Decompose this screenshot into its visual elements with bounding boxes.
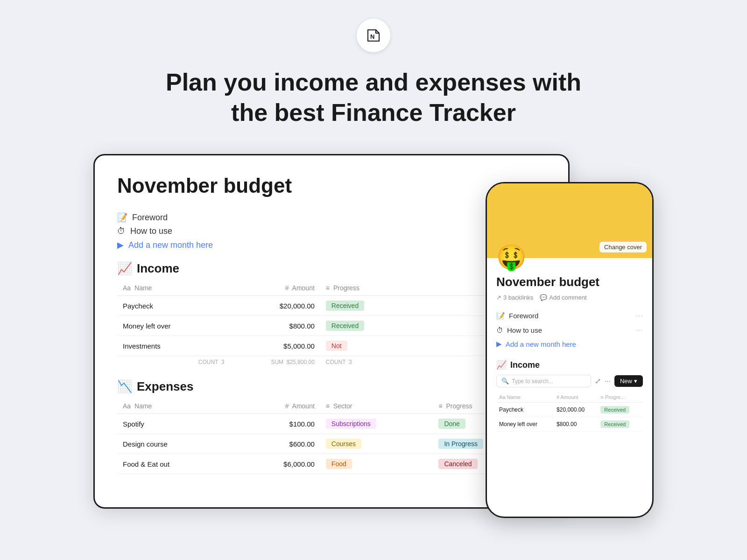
mobile-income-icon: 📈 <box>496 360 507 370</box>
income-row1-name: Paycheck <box>117 296 230 316</box>
income-row2-progress: Received <box>320 316 433 336</box>
expenses-col-name: Aa Name <box>117 399 230 414</box>
mobile-cover: 🤑 Change cover <box>487 183 652 258</box>
mobile-nav-foreword[interactable]: 📝 Foreword ··· <box>496 308 643 323</box>
mobile-toolbar: 🔍 Type to search... ⤢ ··· New ▾ <box>496 375 643 387</box>
mobile-row2-name: Money left over <box>496 417 554 432</box>
table-row: Money left over $800.00 Received <box>117 316 546 336</box>
backlinks-link[interactable]: ↗ 3 backlinks <box>496 294 533 301</box>
exp-row2-amount: $600.00 <box>230 434 320 454</box>
mobile-expand-button[interactable]: ⤢ <box>595 377 601 385</box>
exp-row1-amount: $100.00 <box>230 414 320 434</box>
income-row1-amount: $20,000.00 <box>230 296 320 316</box>
table-row: Spotify $100.00 Subscriptions Done <box>117 414 546 434</box>
mobile-col-amount: # Amount <box>554 392 598 403</box>
mobile-col-name: Aa Name <box>496 392 554 403</box>
income-title: 📈 Income <box>117 261 179 276</box>
arrow-icon: ▶ <box>117 240 124 250</box>
table-row: Investments $5,000.00 Not <box>117 336 546 356</box>
income-row2-name: Money left over <box>117 316 230 336</box>
hero-title: Plan you income and expenses with the be… <box>166 67 581 128</box>
mobile-search[interactable]: 🔍 Type to search... <box>496 375 591 387</box>
income-icon: 📈 <box>117 261 132 276</box>
expenses-icon: 📉 <box>117 379 132 394</box>
expenses-col-sector: ≡ Sector <box>320 399 433 414</box>
mobile-col-progress: ≡ Progre... <box>598 392 643 403</box>
exp-row2-sector: Courses <box>320 434 433 454</box>
mobile-income-table: Aa Name # Amount ≡ Progre... Paycheck $2… <box>496 392 643 432</box>
exp-row3-sector: Food <box>320 454 433 474</box>
mobile-page-title: November budget <box>496 275 643 289</box>
table-row: Food & Eat out $6,000.00 Food Canceled <box>117 454 546 474</box>
exp-row2-name: Design course <box>117 434 230 454</box>
income-col-amount: # Amount <box>230 280 320 296</box>
table-row: Paycheck $20,000.00 Received <box>496 403 643 417</box>
mobile-chevron-icon: ▾ <box>634 378 637 385</box>
mobile-row2-progress: Received <box>598 417 643 432</box>
mobile-new-button[interactable]: New ▾ <box>614 375 643 387</box>
nav-foreword[interactable]: 📝 Foreword <box>117 212 546 223</box>
svg-text:N: N <box>370 33 374 40</box>
mobile-nav-dots-1[interactable]: ··· <box>636 311 643 321</box>
mobile-arrow-icon: ▶ <box>496 340 502 348</box>
income-table: Aa Name # Amount ≡ Progress Paycheck $20… <box>117 280 546 368</box>
income-row1-progress: Received <box>320 296 433 316</box>
nav-how-to-use[interactable]: ⏱ How to use <box>117 226 546 236</box>
income-col-progress: ≡ Progress <box>320 280 433 296</box>
mobile-row2-amount: $800.00 <box>554 417 598 432</box>
exp-row3-amount: $6,000.00 <box>230 454 320 474</box>
notion-logo: N <box>357 19 390 52</box>
expenses-table: Aa Name # Amount ≡ Sector ≡ Progress Spo… <box>117 399 546 474</box>
table-row: Money left over $800.00 Received <box>496 417 643 432</box>
mobile-more-button[interactable]: ··· <box>605 377 611 385</box>
income-row3-amount: $5,000.00 <box>230 336 320 356</box>
expenses-col-amount: # Amount <box>230 399 320 414</box>
mobile-content: November budget ↗ 3 backlinks 💬 Add comm… <box>487 258 652 517</box>
mobile-search-icon: 🔍 <box>501 378 509 385</box>
income-row2-amount: $800.00 <box>230 316 320 336</box>
income-row3-progress: Not <box>320 336 433 356</box>
change-cover-button[interactable]: Change cover <box>599 242 647 252</box>
expenses-title: 📉 Expenses <box>117 379 193 394</box>
expenses-section-header: 📉 Expenses <box>117 379 546 394</box>
nav-add-month[interactable]: ▶ Add a new month here <box>117 240 546 250</box>
mobile-emoji: 🤑 <box>496 245 527 269</box>
mobile-card: 🤑 Change cover November budget ↗ 3 backl… <box>486 182 654 518</box>
exp-row1-name: Spotify <box>117 414 230 434</box>
income-row3-name: Investments <box>117 336 230 356</box>
exp-row1-sector: Subscriptions <box>320 414 433 434</box>
mobile-nav-howtouse[interactable]: ⏱ How to use ··· <box>496 323 643 337</box>
add-comment-link[interactable]: 💬 Add comment <box>540 294 586 301</box>
mobile-howtouse-icon: ⏱ <box>496 326 503 334</box>
foreword-icon: 📝 <box>117 212 127 223</box>
income-section-header: 📈 Income 🔍 Search ⤢ ··· <box>117 261 546 276</box>
mobile-row1-progress: Received <box>598 403 643 417</box>
income-col-name: Aa Name <box>117 280 230 296</box>
comment-icon: 💬 <box>540 294 547 301</box>
table-row: Paycheck $20,000.00 Received <box>117 296 546 316</box>
mobile-income-title: 📈 Income <box>496 356 643 370</box>
desktop-page-title: November budget <box>117 174 546 197</box>
income-footer: COUNT 3 SUM $25,800.00 COUNT 3 <box>117 356 546 369</box>
table-row: Design course $600.00 Courses In Progres… <box>117 434 546 454</box>
mobile-meta: ↗ 3 backlinks 💬 Add comment <box>496 294 643 301</box>
mobile-nav-dots-2[interactable]: ··· <box>636 325 643 335</box>
mobile-nav: 📝 Foreword ··· ⏱ How to use ··· ▶ Add a <box>496 308 643 350</box>
exp-row3-name: Food & Eat out <box>117 454 230 474</box>
mobile-row1-name: Paycheck <box>496 403 554 417</box>
backlink-icon: ↗ <box>496 294 501 301</box>
mobile-row1-amount: $20,000.00 <box>554 403 598 417</box>
mobile-nav-addmonth[interactable]: ▶ Add a new month here <box>496 337 643 350</box>
mobile-foreword-icon: 📝 <box>496 312 505 320</box>
howtouse-icon: ⏱ <box>117 226 126 236</box>
desktop-nav: 📝 Foreword ⏱ How to use ▶ Add a new mont… <box>117 212 546 250</box>
devices-container: November budget 📝 Foreword ⏱ How to use … <box>93 154 654 518</box>
